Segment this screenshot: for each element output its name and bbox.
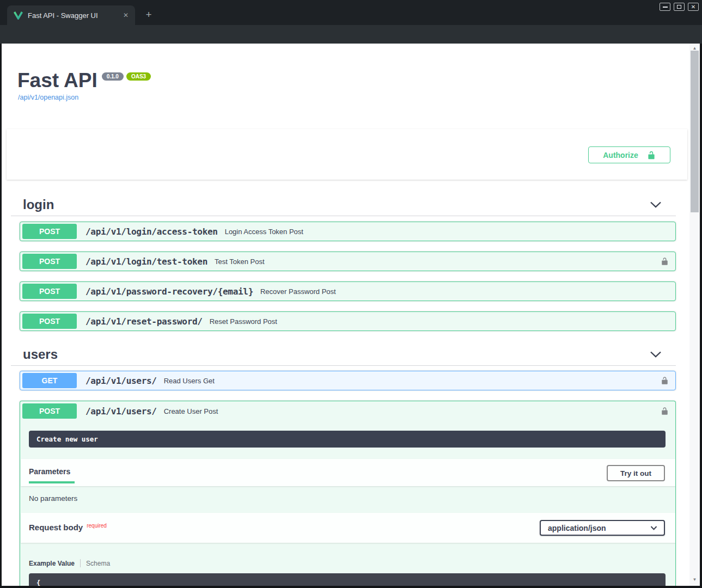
tab-divider	[80, 559, 81, 567]
op-row-login-access-token[interactable]: POST /api/v1/login/access-token Login Ac…	[20, 222, 676, 241]
op-summary: Create User Post	[164, 407, 218, 415]
op-summary: Read Users Get	[164, 377, 215, 385]
method-badge: POST	[22, 284, 77, 299]
chevron-down-icon[interactable]	[650, 201, 662, 208]
auth-lock-icon[interactable]	[661, 257, 669, 266]
op-block-create-user-expanded: POST /api/v1/users/ Create User Post Cre…	[20, 401, 676, 586]
op-path: /api/v1/users/	[86, 406, 157, 416]
chevron-down-icon	[650, 526, 657, 530]
method-badge: POST	[22, 254, 77, 269]
tag-header-login[interactable]: login	[11, 193, 676, 216]
tag-header-users[interactable]: users	[11, 343, 676, 366]
authorize-label: Authorize	[603, 151, 638, 160]
op-path: /api/v1/users/	[86, 376, 157, 386]
scheme-container	[7, 129, 687, 180]
media-type-value: application/json	[548, 524, 606, 532]
browser-titlebar: Fast API - Swagger UI ✕ + ✕	[0, 0, 702, 25]
browser-toolbar: ← → ⟳ ⓘ localhost/docs ☆ ⋮	[0, 25, 702, 44]
request-body-label: Request bodyrequired	[29, 523, 107, 532]
op-row-password-recovery[interactable]: POST /api/v1/password-recovery/{email} R…	[20, 281, 676, 301]
tab-schema[interactable]: Schema	[86, 560, 110, 567]
authorize-button[interactable]: Authorize	[588, 146, 670, 163]
media-type-select[interactable]: application/json	[540, 520, 665, 536]
tab-example-value[interactable]: Example Value	[29, 560, 75, 567]
maximize-icon	[677, 5, 681, 9]
try-it-out-button[interactable]: Try it out	[607, 465, 665, 481]
new-tab-button[interactable]: +	[143, 9, 155, 21]
openapi-spec-link[interactable]: /api/v1/openapi.json	[18, 94, 78, 101]
page-title: Fast API	[17, 70, 97, 91]
browser-tab[interactable]: Fast API - Swagger UI ✕	[7, 5, 135, 25]
op-summary: Test Token Post	[215, 258, 265, 266]
swagger-page: Fast API 0.1.0 OAS3 /api/v1/openapi.json…	[2, 44, 689, 586]
tab-close-icon[interactable]: ✕	[121, 10, 131, 20]
scrollbar-down-icon[interactable]: ▼	[689, 576, 700, 583]
model-example-tabs: Example Value Schema	[29, 559, 110, 567]
tag-name: login	[23, 197, 54, 212]
window-close-button[interactable]: ✕	[688, 3, 699, 11]
active-tab-underline	[29, 481, 75, 483]
auth-lock-icon[interactable]	[661, 407, 669, 415]
window-minimize-button[interactable]	[660, 3, 670, 11]
method-badge: POST	[22, 224, 77, 239]
window-maximize-button[interactable]	[674, 3, 685, 11]
no-parameters-text: No parameters	[29, 494, 77, 503]
oas3-badge: OAS3	[126, 72, 151, 81]
chevron-down-icon[interactable]	[650, 351, 662, 358]
op-summary: Recover Password Post	[260, 287, 336, 296]
request-body-section-header: Request bodyrequired application/json	[21, 513, 676, 543]
scrollbar-thumb[interactable]	[691, 51, 699, 212]
code-text: {	[36, 579, 40, 586]
required-flag: required	[87, 523, 107, 529]
request-body-text: Request body	[29, 523, 83, 532]
op-path: /api/v1/reset-password/	[86, 316, 203, 327]
op-description-text: Create new user	[36, 435, 98, 443]
tab-title: Fast API - Swagger UI	[28, 11, 121, 20]
page-scrollbar[interactable]: ▲ ▼	[689, 44, 700, 586]
unlock-icon	[647, 150, 656, 160]
example-code-block[interactable]: {	[29, 573, 666, 586]
parameters-label: Parameters	[29, 467, 70, 476]
op-path: /api/v1/login/test-token	[86, 256, 207, 267]
version-badge: 0.1.0	[102, 72, 124, 81]
op-row-reset-password[interactable]: POST /api/v1/reset-password/ Reset Passw…	[20, 311, 676, 331]
op-path: /api/v1/login/access-token	[86, 226, 218, 237]
minimize-icon	[663, 7, 668, 8]
op-summary: Login Access Token Post	[225, 228, 303, 236]
method-badge: POST	[22, 314, 77, 329]
method-badge: POST	[22, 403, 77, 419]
favicon-v-icon	[14, 11, 23, 20]
op-summary: Reset Password Post	[210, 317, 277, 326]
op-row-read-users[interactable]: GET /api/v1/users/ Read Users Get	[20, 371, 676, 390]
op-row-create-user[interactable]: POST /api/v1/users/ Create User Post	[20, 401, 675, 421]
parameters-section-header: Parameters Try it out	[21, 459, 676, 486]
op-description: Create new user	[29, 431, 666, 448]
op-path: /api/v1/password-recovery/{email}	[86, 286, 253, 297]
method-badge: GET	[22, 373, 77, 388]
auth-lock-icon[interactable]	[661, 376, 669, 385]
tag-name: users	[23, 347, 58, 362]
api-title-block: Fast API 0.1.0 OAS3	[17, 70, 151, 91]
op-row-login-test-token[interactable]: POST /api/v1/login/test-token Test Token…	[20, 252, 676, 271]
